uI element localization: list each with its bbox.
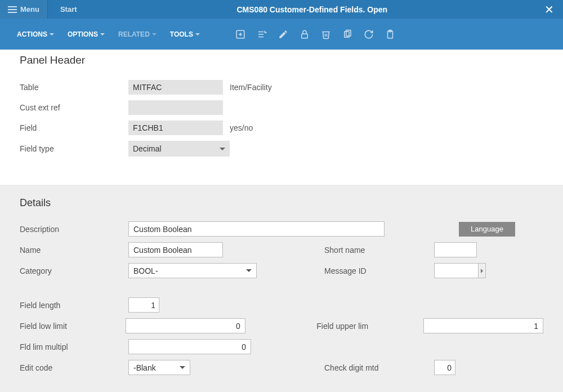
add-icon[interactable] <box>235 29 246 40</box>
svg-rect-6 <box>302 34 308 38</box>
field-label: Field <box>20 123 128 132</box>
check-digit-label: Check digit mtd <box>324 363 434 372</box>
name-input[interactable] <box>128 242 223 257</box>
chevron-down-icon <box>246 269 252 272</box>
window-title: CMS080 Customer-Defined Fields. Open <box>90 5 535 14</box>
toolbar-icons <box>235 29 396 40</box>
name-label: Name <box>20 246 128 255</box>
cust-ext-ref-label: Cust ext ref <box>20 103 128 112</box>
upper-lim-input[interactable] <box>423 318 543 333</box>
field-type-select[interactable]: Decimal <box>128 141 230 157</box>
short-name-label: Short name <box>324 246 434 255</box>
edit-code-select[interactable]: -Blank <box>128 360 190 375</box>
low-limit-label: Field low limit <box>20 322 126 331</box>
clipboard-icon[interactable] <box>385 29 396 40</box>
chevron-down-icon <box>180 366 185 369</box>
details-header: Details <box>20 197 543 209</box>
message-id-field <box>434 263 486 278</box>
chevron-down-icon <box>100 33 105 35</box>
category-value: BOOL- <box>133 266 158 275</box>
fld-multipl-label: Fld lim multipl <box>20 342 128 351</box>
trash-icon[interactable] <box>320 29 332 40</box>
start-button[interactable]: Start <box>47 0 90 19</box>
low-limit-input[interactable] <box>126 318 245 333</box>
edit-code-value: -Blank <box>133 363 156 372</box>
close-icon: ✕ <box>544 3 554 16</box>
table-input[interactable] <box>128 80 223 95</box>
toolbar: ACTIONS OPTIONS RELATED TOOLS <box>0 19 563 50</box>
edit-code-label: Edit code <box>20 363 128 372</box>
edit-icon[interactable] <box>278 29 289 40</box>
message-id-label: Message ID <box>324 266 434 275</box>
close-button[interactable]: ✕ <box>535 3 563 16</box>
lock-icon[interactable] <box>299 29 310 40</box>
check-digit-input[interactable] <box>434 360 455 375</box>
chevron-down-icon <box>50 33 54 35</box>
start-label: Start <box>60 5 77 14</box>
description-input[interactable] <box>128 221 385 237</box>
list-icon[interactable] <box>256 29 267 40</box>
message-id-lookup-button[interactable] <box>478 263 486 278</box>
chevron-down-icon <box>195 33 200 35</box>
field-type-value: Decimal <box>133 144 162 153</box>
actions-menu[interactable]: ACTIONS <box>10 30 61 38</box>
field-type-label: Field type <box>20 144 128 153</box>
short-name-input[interactable] <box>434 242 477 257</box>
fld-multipl-input[interactable] <box>128 339 251 354</box>
field-length-input[interactable] <box>128 297 159 313</box>
upper-lim-label: Field upper lim <box>316 322 423 331</box>
chevron-down-icon <box>220 148 225 150</box>
related-menu[interactable]: RELATED <box>111 30 163 38</box>
options-menu[interactable]: OPTIONS <box>61 30 111 38</box>
refresh-icon[interactable] <box>363 29 374 40</box>
details-section: Details Description Language Name Short … <box>0 185 563 392</box>
menu-label: Menu <box>20 5 39 14</box>
tools-menu[interactable]: TOOLS <box>163 30 207 38</box>
category-select[interactable]: BOOL- <box>128 263 257 278</box>
language-button[interactable]: Language <box>459 222 515 237</box>
panel-header-section: Panel Header Table Item/Facility Cust ex… <box>0 50 563 185</box>
field-suffix: yes/no <box>230 123 253 132</box>
titlebar: Menu Start CMS080 Customer-Defined Field… <box>0 0 563 19</box>
message-id-input[interactable] <box>434 263 478 278</box>
hamburger-icon <box>8 6 17 13</box>
cust-ext-ref-input[interactable] <box>128 100 223 115</box>
menu-button[interactable]: Menu <box>0 0 47 19</box>
panel-header-title: Panel Header <box>20 54 543 66</box>
description-label: Description <box>20 225 128 234</box>
field-length-label: Field length <box>20 301 128 310</box>
table-label: Table <box>20 83 128 92</box>
copy-icon[interactable] <box>342 29 353 40</box>
field-input[interactable] <box>128 121 223 135</box>
category-label: Category <box>20 266 128 275</box>
chevron-right-icon <box>481 269 483 273</box>
table-suffix: Item/Facility <box>230 83 272 92</box>
chevron-down-icon <box>152 33 157 35</box>
